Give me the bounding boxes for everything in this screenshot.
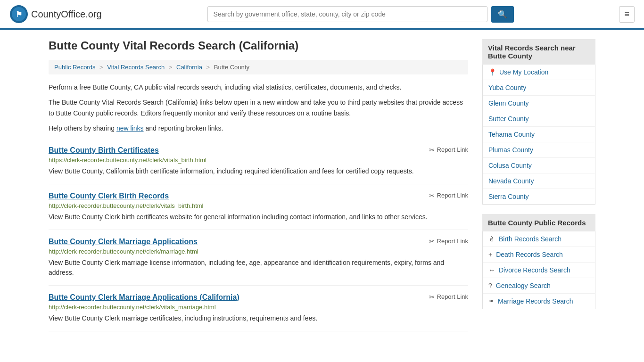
pin-icon: 📍 [488,68,496,76]
result-desc: View Butte County, California birth cert… [49,166,468,176]
result-url[interactable]: http://clerk-recorder.buttecounty.net/cl… [49,304,468,311]
sidebar-nearby-list: 📍 Use My Location Yuba County Glenn Coun… [482,65,595,205]
description-3: Help others by sharing new links and rep… [49,123,468,133]
report-icon: ✂ [429,238,435,245]
search-button[interactable]: 🔍 [491,6,514,23]
description-1: Perform a free Butte County, CA public v… [49,82,468,92]
result-title[interactable]: Butte County Birth Certificates [49,146,159,155]
report-link[interactable]: ✂ Report Link [429,238,468,245]
results-list: Butte County Birth Certificates ✂ Report… [49,139,468,331]
sidebar-records-heading: Butte County Public Records [482,214,595,231]
breadcrumb-public-records[interactable]: Public Records [54,64,95,71]
sidebar-record-item[interactable]: ↔ Divorce Records Search [483,263,595,278]
result-item: Butte County Clerk Marriage Applications… [49,230,468,286]
result-item: Butte County Clerk Birth Records ✂ Repor… [49,184,468,230]
svg-text:⚑: ⚑ [16,10,22,18]
result-item: Butte County Clerk Marriage Applications… [49,286,468,331]
description-2: The Butte County Vital Records Search (C… [49,97,468,118]
sidebar-records-list: 🕯 Birth Records Search + Death Records S… [482,231,595,309]
result-url[interactable]: https://clerk-recorder.buttecounty.net/c… [49,156,468,164]
yuba-county-link[interactable]: Yuba County [488,84,526,91]
result-title[interactable]: Butte County Clerk Marriage Applications [49,238,198,246]
nevada-county-link[interactable]: Nevada County [488,177,534,185]
colusa-county-link[interactable]: Colusa County [488,162,532,169]
report-icon: ✂ [429,146,435,154]
sidebar-county-item[interactable]: Nevada County [483,173,595,189]
tehama-county-link[interactable]: Tehama County [488,131,535,138]
sidebar-records-section: Butte County Public Records 🕯 Birth Reco… [482,214,595,309]
death-records-icon: + [488,251,492,258]
content-area: Butte County Vital Records Search (Calif… [49,39,468,331]
plumas-county-link[interactable]: Plumas County [488,146,533,154]
breadcrumb-vital-records[interactable]: Vital Records Search [107,64,165,71]
birth-records-link[interactable]: Birth Records Search [499,235,561,243]
result-item: Butte County Birth Certificates ✂ Report… [49,139,468,184]
report-icon: ✂ [429,293,435,301]
breadcrumb-california[interactable]: California [176,64,202,71]
report-icon: ✂ [429,192,435,199]
breadcrumb-butte-county: Butte County [214,64,249,71]
sidebar-county-item[interactable]: Plumas County [483,142,595,158]
page-title: Butte County Vital Records Search (Calif… [49,39,468,52]
marriage-records-icon: ⚭ [488,297,494,305]
result-title[interactable]: Butte County Clerk Birth Records [49,192,169,200]
result-title[interactable]: Butte County Clerk Marriage Applications… [49,293,239,302]
divorce-records-link[interactable]: Divorce Records Search [499,266,570,274]
genealogy-link[interactable]: Genealogy Search [496,282,551,289]
sidebar-nearby-section: Vital Records Search near Butte County 📍… [482,39,595,205]
new-links-link[interactable]: new links [116,124,144,132]
sidebar-record-item[interactable]: ? Genealogy Search [483,278,595,294]
sidebar-county-item[interactable]: Sierra County [483,189,595,204]
death-records-link[interactable]: Death Records Search [496,251,563,258]
marriage-records-link[interactable]: Marriage Records Search [498,297,573,305]
sidebar-county-item[interactable]: Colusa County [483,158,595,173]
sidebar-record-item[interactable]: + Death Records Search [483,247,595,263]
report-link[interactable]: ✂ Report Link [429,293,468,301]
use-my-location-link[interactable]: Use My Location [499,68,548,76]
logo[interactable]: ⚑ CountyOffice.org [9,5,102,24]
genealogy-icon: ? [488,282,492,289]
sutter-county-link[interactable]: Sutter County [488,115,529,123]
result-url[interactable]: http://clerk-recorder.buttecounty.net/cl… [49,248,468,255]
result-desc: View Butte County Clerk marriage license… [49,258,468,278]
result-url[interactable]: http://clerk-recorder.buttecounty.net/cl… [49,202,468,209]
sidebar-county-item[interactable]: Sutter County [483,111,595,127]
report-link[interactable]: ✂ Report Link [429,146,468,154]
sierra-county-link[interactable]: Sierra County [488,193,529,200]
sidebar-county-item[interactable]: Glenn County [483,96,595,111]
sidebar-county-item[interactable]: Tehama County [483,127,595,142]
sidebar-nearby-heading: Vital Records Search near Butte County [482,39,595,65]
sidebar: Vital Records Search near Butte County 📍… [482,39,595,331]
main-container: Butte County Vital Records Search (Calif… [39,30,605,341]
report-link[interactable]: ✂ Report Link [429,192,468,199]
use-my-location-item[interactable]: 📍 Use My Location [483,65,595,80]
breadcrumb: Public Records > Vital Records Search > … [49,60,468,74]
result-desc: View Butte County Clerk marriage certifi… [49,313,468,323]
menu-button[interactable]: ≡ [619,6,635,23]
glenn-county-link[interactable]: Glenn County [488,99,529,107]
search-input[interactable] [207,6,487,22]
sidebar-county-item[interactable]: Yuba County [483,80,595,96]
logo-icon: ⚑ [9,5,28,24]
birth-records-icon: 🕯 [488,235,495,243]
divorce-records-icon: ↔ [488,266,495,274]
result-desc: View Butte County Clerk birth certificat… [49,212,468,222]
search-area: 🔍 [207,6,514,23]
site-header: ⚑ CountyOffice.org 🔍 ≡ [0,0,644,30]
sidebar-record-item[interactable]: ⚭ Marriage Records Search [483,294,595,309]
logo-text: CountyOffice.org [31,9,102,20]
sidebar-record-item[interactable]: 🕯 Birth Records Search [483,231,595,247]
